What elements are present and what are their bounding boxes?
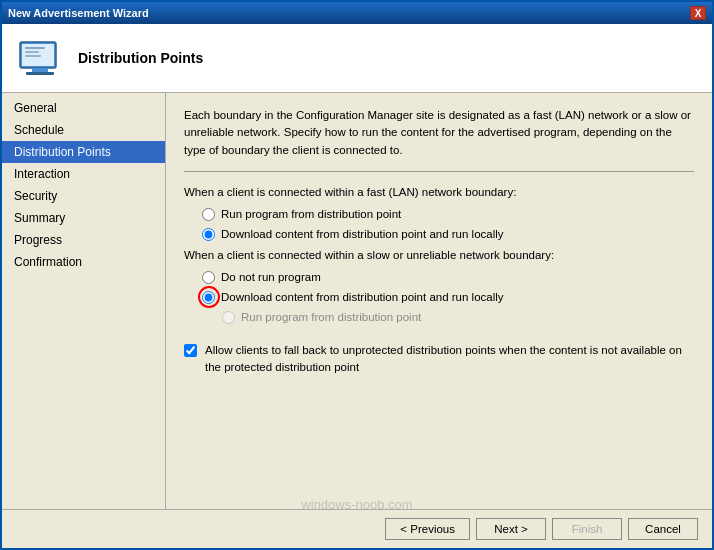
sidebar-item-schedule[interactable]: Schedule (2, 119, 165, 141)
next-button[interactable]: Next > (476, 518, 546, 540)
slow-option-3: Run program from distribution point (222, 311, 694, 324)
sidebar-item-general[interactable]: General (2, 97, 165, 119)
cancel-button[interactable]: Cancel (628, 518, 698, 540)
slow-radio-group: Do not run program Download content from… (202, 271, 694, 324)
svg-rect-5 (25, 47, 45, 49)
wizard-icon (16, 34, 64, 82)
sidebar-item-distribution-points[interactable]: Distribution Points (2, 141, 165, 163)
slow-radio-2[interactable] (202, 291, 215, 304)
slow-label-3[interactable]: Run program from distribution point (241, 311, 421, 323)
wizard-window: New Advertisement Wizard X Distribution … (0, 0, 714, 550)
svg-rect-4 (26, 72, 54, 75)
svg-rect-3 (32, 68, 48, 72)
content-area: General Schedule Distribution Points Int… (2, 93, 712, 509)
fast-label-1[interactable]: Run program from distribution point (221, 208, 401, 220)
fast-label-2[interactable]: Download content from distribution point… (221, 228, 504, 240)
title-bar: New Advertisement Wizard X (2, 2, 712, 24)
svg-rect-6 (25, 51, 39, 53)
sidebar-item-confirmation[interactable]: Confirmation (2, 251, 165, 273)
sidebar: General Schedule Distribution Points Int… (2, 93, 166, 509)
fast-radio-2[interactable] (202, 228, 215, 241)
slow-option-2: Download content from distribution point… (202, 291, 694, 304)
header-title: Distribution Points (78, 50, 203, 66)
fallback-checkbox[interactable] (184, 344, 197, 357)
slow-section-label: When a client is connected within a slow… (184, 249, 694, 261)
fast-radio-group: Run program from distribution point Down… (202, 208, 694, 241)
wizard-header: Distribution Points (2, 24, 712, 93)
sidebar-item-summary[interactable]: Summary (2, 207, 165, 229)
divider1 (184, 171, 694, 172)
previous-button[interactable]: < Previous (385, 518, 470, 540)
sidebar-item-progress[interactable]: Progress (2, 229, 165, 251)
description-text: Each boundary in the Configuration Manag… (184, 107, 694, 159)
slow-option-1: Do not run program (202, 271, 694, 284)
close-button[interactable]: X (690, 6, 706, 20)
finish-button[interactable]: Finish (552, 518, 622, 540)
fast-section-label: When a client is connected within a fast… (184, 186, 694, 198)
slow-label-2[interactable]: Download content from distribution point… (221, 291, 504, 303)
window-title: New Advertisement Wizard (8, 7, 149, 19)
sidebar-item-interaction[interactable]: Interaction (2, 163, 165, 185)
fast-option-1: Run program from distribution point (202, 208, 694, 221)
fast-option-2: Download content from distribution point… (202, 228, 694, 241)
slow-radio-3[interactable] (222, 311, 235, 324)
svg-rect-7 (25, 55, 41, 57)
main-content: Each boundary in the Configuration Manag… (166, 93, 712, 509)
footer: < Previous Next > Finish Cancel (2, 509, 712, 548)
slow-radio-1[interactable] (202, 271, 215, 284)
fallback-label[interactable]: Allow clients to fall back to unprotecte… (205, 342, 694, 377)
checkbox-section: Allow clients to fall back to unprotecte… (184, 342, 694, 377)
fast-radio-1[interactable] (202, 208, 215, 221)
slow-label-1[interactable]: Do not run program (221, 271, 321, 283)
sidebar-item-security[interactable]: Security (2, 185, 165, 207)
